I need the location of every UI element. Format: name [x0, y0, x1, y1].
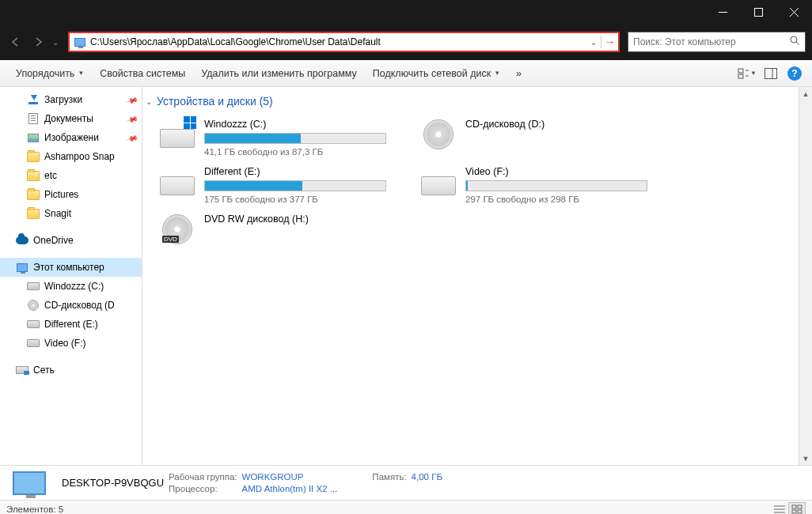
sidebar-item-pictures[interactable]: Pictures [0, 185, 142, 204]
drive-name: DVD RW дисковод (H:) [204, 214, 394, 225]
sidebar-item-onedrive[interactable]: OneDrive [0, 231, 142, 250]
back-button[interactable] [6, 32, 25, 51]
search-input[interactable] [628, 35, 784, 49]
cpu-label: Процессор: [169, 484, 218, 493]
sidebar-item-documents[interactable]: Документы📌 [0, 109, 142, 128]
sidebar-item-etc[interactable]: etc [0, 166, 142, 185]
sidebar-item-drive-d[interactable]: CD-дисковод (D [0, 296, 142, 315]
svg-rect-0 [719, 12, 727, 13]
drive-icon [158, 119, 196, 150]
maximize-button[interactable] [741, 0, 776, 24]
navigation-pane: Загрузки📌 Документы📌 Изображени📌 Ashampo… [0, 87, 142, 465]
organize-menu[interactable]: Упорядочить ▼ [8, 65, 92, 82]
minimize-button[interactable] [705, 0, 741, 24]
sidebar-item-downloads[interactable]: Загрузки📌 [0, 90, 142, 109]
drive-icon [27, 337, 40, 350]
scroll-down-button[interactable]: ▼ [799, 452, 812, 465]
search-icon[interactable] [784, 36, 805, 48]
folder-icon [27, 169, 40, 182]
drive-free-space: 41,1 ГБ свободно из 87,3 ГБ [204, 147, 394, 157]
drive-item[interactable]: Video (F:) 297 ГБ свободно из 298 ГБ [415, 161, 660, 209]
help-button[interactable]: ? [785, 64, 804, 83]
computer-icon [73, 36, 87, 47]
drive-item[interactable]: DVD DVD RW дисковод (H:) [154, 209, 399, 250]
pin-icon: 📌 [126, 131, 138, 144]
go-button[interactable]: → [601, 36, 618, 48]
svg-rect-7 [738, 74, 743, 78]
drive-icon [419, 166, 457, 198]
sidebar-label: Этот компьютер [33, 262, 104, 273]
sidebar-item-drive-c[interactable]: Windozzz (C:) [0, 277, 142, 296]
svg-rect-10 [765, 68, 777, 78]
sidebar-item-images[interactable]: Изображени📌 [0, 128, 142, 147]
preview-pane-button[interactable] [761, 64, 780, 83]
organize-label: Упорядочить [16, 68, 74, 79]
vertical-scrollbar[interactable]: ▲ ▼ [799, 87, 812, 465]
sidebar-item-snagit[interactable]: Snagit [0, 204, 142, 223]
collapse-icon: ⌄ [146, 97, 152, 106]
map-network-drive-button[interactable]: Подключить сетевой диск ▼ [365, 65, 508, 82]
memory-value: 4,00 ГБ [412, 472, 442, 482]
system-properties-button[interactable]: Свойства системы [92, 65, 193, 82]
sidebar-label: Загрузки [44, 94, 82, 105]
group-header-devices[interactable]: ⌄ Устройства и диски (5) [142, 87, 812, 114]
svg-rect-6 [738, 69, 743, 73]
chevron-down-icon: ▼ [78, 70, 84, 77]
main-area: Загрузки📌 Документы📌 Изображени📌 Ashampo… [0, 87, 812, 465]
close-button[interactable] [776, 0, 812, 24]
folder-icon [27, 188, 40, 201]
svg-line-5 [796, 42, 799, 45]
drive-free-space: 175 ГБ свободно из 377 ГБ [204, 195, 394, 204]
search-box[interactable] [628, 32, 806, 52]
address-input[interactable] [90, 35, 586, 49]
sidebar-label: OneDrive [33, 235, 74, 246]
sidebar-label: Ashampoo Snap [44, 151, 115, 162]
sidebar-label: Изображени [44, 132, 99, 143]
svg-rect-15 [792, 505, 796, 508]
drive-icon: DVD [158, 214, 196, 245]
sidebar-label: CD-дисковод (D [44, 300, 115, 311]
address-dropdown-button[interactable]: ⌄ [586, 38, 601, 47]
uninstall-program-button[interactable]: Удалить или изменить программу [193, 65, 365, 82]
scroll-up-button[interactable]: ▲ [799, 87, 812, 100]
workgroup-value: WORKGROUP [242, 472, 304, 482]
sidebar-item-ashampoo[interactable]: Ashampoo Snap [0, 147, 142, 166]
details-pane: DESKTOP-P9VBQGU Рабочая группа: Процессо… [0, 465, 812, 500]
sidebar-item-network[interactable]: Сеть [0, 361, 142, 380]
svg-rect-18 [798, 510, 802, 513]
navigation-bar: ⌄ ⌄ → [0, 24, 812, 60]
details-view-button[interactable] [771, 502, 788, 515]
cpu-value: AMD Athlon(tm) II X2 ... [242, 484, 338, 493]
tiles-view-button[interactable] [788, 502, 806, 515]
drive-icon [27, 280, 40, 293]
computer-large-icon [8, 469, 51, 497]
chevron-down-icon: ▼ [494, 70, 500, 77]
sidebar-item-this-pc[interactable]: Этот компьютер [0, 258, 142, 277]
recent-locations-button[interactable]: ⌄ [51, 38, 60, 47]
downloads-icon [27, 93, 40, 106]
help-icon: ? [787, 66, 802, 81]
drive-name: Video (F:) [465, 166, 655, 177]
sidebar-item-drive-e[interactable]: Different (E:) [0, 315, 142, 334]
window-titlebar [0, 0, 812, 24]
view-options-button[interactable]: ▼ [738, 64, 757, 83]
drive-item[interactable]: Windozzz (C:) 41,1 ГБ свободно из 87,3 Г… [154, 114, 399, 161]
svg-rect-1 [755, 8, 763, 16]
drive-icon [419, 119, 457, 150]
drive-item[interactable]: Different (E:) 175 ГБ свободно из 377 ГБ [154, 161, 399, 209]
sidebar-label: Windozzz (C:) [44, 281, 104, 292]
drive-name: Windozzz (C:) [204, 119, 394, 130]
command-bar: Упорядочить ▼ Свойства системы Удалить и… [0, 60, 812, 87]
toolbar-overflow-button[interactable]: » [508, 65, 529, 82]
drive-item[interactable]: CD-дисковод (D:) [415, 114, 660, 161]
address-bar[interactable]: ⌄ → [68, 32, 620, 52]
capacity-bar [204, 180, 386, 191]
svg-rect-17 [792, 510, 796, 513]
sidebar-label: Video (F:) [44, 338, 85, 349]
sidebar-label: Pictures [44, 189, 78, 200]
svg-rect-16 [798, 505, 802, 508]
status-item-count: Элементов: 5 [6, 505, 63, 514]
forward-button[interactable] [28, 32, 47, 51]
sidebar-item-drive-f[interactable]: Video (F:) [0, 334, 142, 353]
capacity-bar [465, 180, 647, 191]
